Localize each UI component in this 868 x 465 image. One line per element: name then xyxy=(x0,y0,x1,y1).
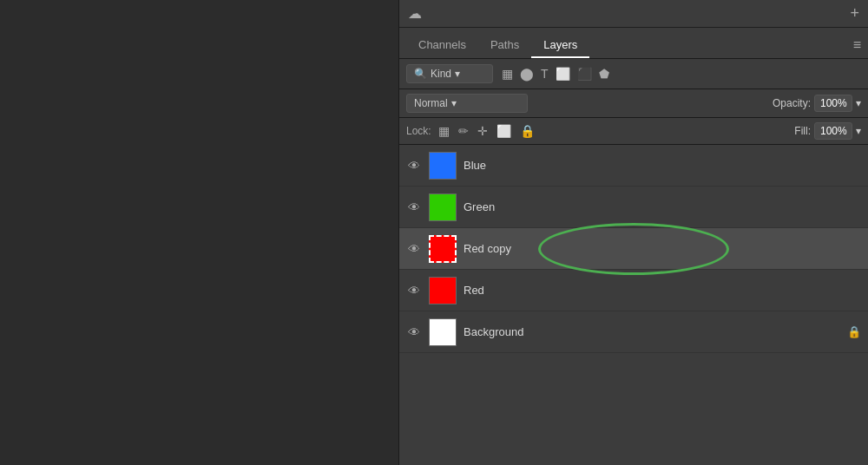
layer-item-red[interactable]: 👁 Red xyxy=(399,270,868,311)
kind-label: Kind xyxy=(431,68,451,80)
blend-mode-label: Normal xyxy=(414,97,448,109)
filter-shape-icon[interactable]: ⬜ xyxy=(556,67,570,81)
search-icon: 🔍 xyxy=(414,68,427,80)
filter-smart-icon[interactable]: ⬛ xyxy=(577,67,592,81)
opacity-section: Opacity: 100% ▾ xyxy=(773,95,861,112)
layer-name-blue: Blue xyxy=(464,159,486,172)
lock-row: Lock: ▦ ✏ ✛ ⬜ 🔒 Fill: 100% ▾ xyxy=(399,118,868,145)
visibility-icon-blue[interactable]: 👁 xyxy=(406,159,422,173)
layer-name-red: Red xyxy=(464,284,484,297)
fill-arrow[interactable]: ▾ xyxy=(856,125,861,137)
layer-thumb-green xyxy=(429,193,457,221)
cloud-icon: ☁ xyxy=(408,5,422,22)
visibility-icon-green[interactable]: 👁 xyxy=(406,200,422,214)
panel-tabs: Channels Paths Layers ≡ xyxy=(399,28,868,59)
visibility-icon-red-copy[interactable]: 👁 xyxy=(406,242,422,256)
left-sidebar xyxy=(0,0,399,465)
add-icon[interactable]: + xyxy=(850,4,859,23)
filter-row: 🔍 Kind ▾ ▦ ⬤ T ⬜ ⬛ ⬟ xyxy=(399,59,868,89)
lock-icons: ▦ ✏ ✛ ⬜ 🔒 xyxy=(438,124,535,138)
lock-label: Lock: xyxy=(406,125,431,137)
visibility-icon-background[interactable]: 👁 xyxy=(406,325,422,339)
lock-artboard-icon[interactable]: ⬜ xyxy=(496,124,511,138)
panel-top-bar: ☁ + xyxy=(399,0,868,28)
layer-name-green: Green xyxy=(464,200,495,213)
lock-draw-icon[interactable]: ✏ xyxy=(458,124,469,138)
blend-mode-row: Normal ▾ Opacity: 100% ▾ xyxy=(399,89,868,118)
filter-adjustment-icon[interactable]: ⬤ xyxy=(520,67,534,81)
opacity-input[interactable]: 100% xyxy=(814,95,852,112)
opacity-label: Opacity: xyxy=(773,97,811,109)
opacity-arrow[interactable]: ▾ xyxy=(856,97,861,109)
layer-lock-icon: 🔒 xyxy=(847,325,861,338)
kind-dropdown[interactable]: 🔍 Kind ▾ xyxy=(406,64,493,83)
visibility-icon-red[interactable]: 👁 xyxy=(406,284,422,298)
layer-name-background: Background xyxy=(464,325,523,338)
layer-item-blue[interactable]: 👁 Blue xyxy=(399,145,868,187)
layer-thumb-background xyxy=(429,318,457,346)
tab-paths[interactable]: Paths xyxy=(478,33,531,58)
layer-thumb-red-copy xyxy=(429,235,457,263)
layers-list: 👁 Blue 👁 Green 👁 Red copy 👁 Red xyxy=(399,145,868,465)
fill-input[interactable]: 100% xyxy=(814,122,852,140)
layer-thumb-red xyxy=(429,277,457,305)
kind-dropdown-arrow: ▾ xyxy=(455,68,460,80)
filter-icons: ▦ ⬤ T ⬜ ⬛ ⬟ xyxy=(502,67,609,81)
lock-move-icon[interactable]: ✛ xyxy=(477,124,488,138)
layer-item-green[interactable]: 👁 Green xyxy=(399,187,868,228)
blend-mode-arrow: ▾ xyxy=(451,97,457,109)
tab-layers[interactable]: Layers xyxy=(531,33,589,58)
lock-pixels-icon[interactable]: ▦ xyxy=(438,124,450,138)
filter-pixel-icon[interactable]: ⬟ xyxy=(599,67,609,81)
layer-item-red-copy-wrapper: 👁 Red copy xyxy=(399,228,868,270)
panel-menu-icon[interactable]: ≡ xyxy=(853,37,861,58)
tab-channels[interactable]: Channels xyxy=(406,33,478,58)
blend-mode-dropdown[interactable]: Normal ▾ xyxy=(406,94,528,113)
lock-all-icon[interactable]: 🔒 xyxy=(520,124,535,138)
layer-name-red-copy: Red copy xyxy=(464,242,511,255)
fill-section: Fill: 100% ▾ xyxy=(794,122,861,140)
layer-thumb-blue xyxy=(429,152,457,180)
filter-image-icon[interactable]: ▦ xyxy=(502,67,513,81)
fill-label: Fill: xyxy=(794,125,811,137)
filter-type-icon[interactable]: T xyxy=(541,67,549,81)
layer-item-red-copy[interactable]: 👁 Red copy xyxy=(399,228,868,270)
layer-item-background[interactable]: 👁 Background 🔒 xyxy=(399,311,868,353)
layers-panel: ☁ + Channels Paths Layers ≡ 🔍 Kind ▾ ▦ ⬤… xyxy=(399,0,868,465)
